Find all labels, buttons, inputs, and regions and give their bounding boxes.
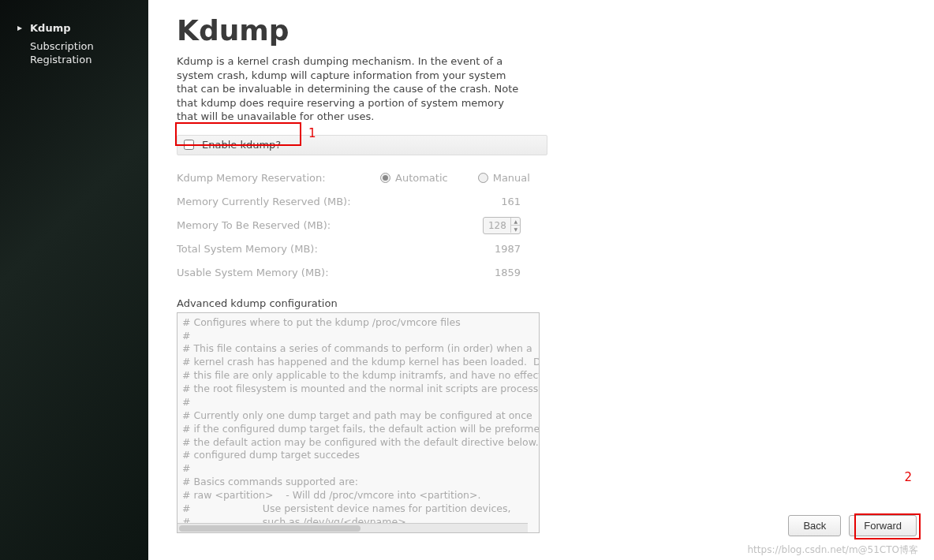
- advanced-config-wrapper: [177, 312, 540, 533]
- sidebar: Kdump Subscription Registration: [0, 0, 148, 560]
- to-be-reserved-row: Memory To Be Reserved (MB): 128 ▲ ▼: [177, 214, 902, 237]
- total-memory-value: 1987: [380, 243, 530, 255]
- usable-memory-value: 1859: [380, 267, 530, 278]
- usable-memory-label: Usable System Memory (MB):: [177, 267, 380, 278]
- horizontal-scrollbar[interactable]: [177, 523, 528, 532]
- watermark: https://blog.csdn.net/m@51CTO博客: [748, 543, 918, 557]
- annotation-label-2: 2: [904, 470, 912, 484]
- annotation-label-1: 1: [308, 126, 316, 140]
- advanced-config-textarea[interactable]: [177, 313, 539, 523]
- memory-spinner[interactable]: 128 ▲ ▼: [483, 217, 521, 234]
- usable-memory-row: Usable System Memory (MB): 1859: [177, 261, 902, 285]
- reservation-row: Kdump Memory Reservation: Automatic Manu…: [177, 166, 902, 190]
- page-title: Kdump: [177, 14, 902, 47]
- spinner-buttons: ▲ ▼: [510, 218, 520, 233]
- footer-buttons: Back Forward: [788, 515, 917, 536]
- spinner-up-icon[interactable]: ▲: [511, 218, 520, 226]
- total-memory-row: Total System Memory (MB): 1987: [177, 237, 902, 261]
- radio-icon: [380, 173, 390, 183]
- spinner-value: 128: [484, 220, 510, 231]
- radio-automatic[interactable]: Automatic: [380, 172, 448, 184]
- radio-label: Manual: [493, 172, 530, 184]
- spinner-down-icon[interactable]: ▼: [511, 226, 520, 233]
- currently-reserved-value: 161: [380, 196, 530, 207]
- to-be-reserved-label: Memory To Be Reserved (MB):: [177, 219, 380, 231]
- total-memory-label: Total System Memory (MB):: [177, 243, 380, 255]
- currently-reserved-row: Memory Currently Reserved (MB): 161: [177, 190, 902, 214]
- radio-label: Automatic: [395, 172, 448, 184]
- currently-reserved-label: Memory Currently Reserved (MB):: [177, 196, 380, 207]
- sidebar-item-label: Subscription Registration: [30, 40, 94, 65]
- kdump-form: Kdump Memory Reservation: Automatic Manu…: [177, 166, 902, 285]
- sidebar-item-subscription[interactable]: Subscription Registration: [0, 37, 148, 70]
- enable-kdump-row: Enable kdump?: [177, 135, 547, 155]
- advanced-config-label: Advanced kdump configuration: [177, 297, 902, 309]
- reservation-radio-group: Automatic Manual: [380, 172, 530, 184]
- forward-button[interactable]: Forward: [849, 515, 917, 536]
- reservation-label: Kdump Memory Reservation:: [177, 172, 380, 184]
- to-be-reserved-value-wrapper: 128 ▲ ▼: [380, 217, 530, 234]
- page-description: Kdump is a kernel crash dumping mechanis…: [177, 54, 524, 124]
- scrollbar-thumb[interactable]: [179, 525, 361, 532]
- sidebar-item-label: Kdump: [30, 22, 71, 34]
- radio-icon: [478, 173, 488, 183]
- sidebar-item-kdump[interactable]: Kdump: [0, 19, 148, 37]
- enable-kdump-label: Enable kdump?: [202, 139, 281, 151]
- enable-kdump-checkbox[interactable]: [184, 140, 194, 150]
- back-button[interactable]: Back: [788, 515, 841, 536]
- radio-manual[interactable]: Manual: [478, 172, 530, 184]
- main-content: Kdump Kdump is a kernel crash dumping me…: [148, 0, 934, 560]
